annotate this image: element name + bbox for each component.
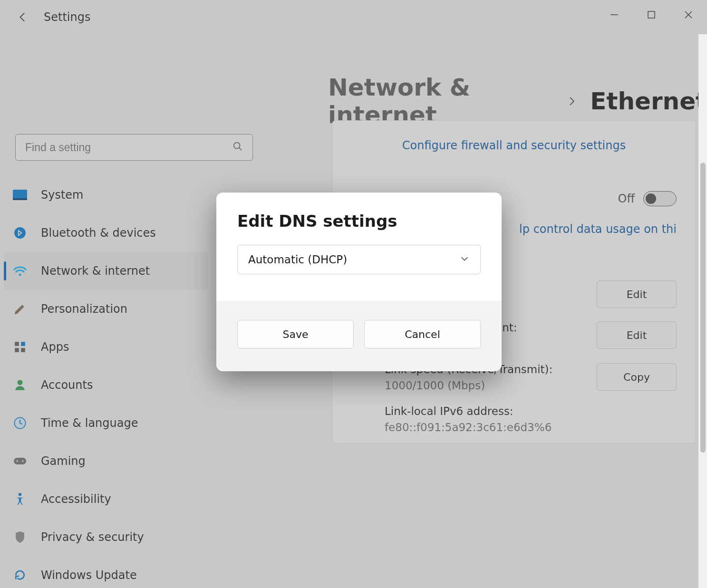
- dialog-body: Edit DNS settings Automatic (DHCP): [216, 193, 502, 301]
- nav-item-bluetooth[interactable]: Bluetooth & devices: [4, 214, 208, 252]
- ipv6-label: Link-local IPv6 address:: [385, 405, 677, 417]
- person-icon: [11, 376, 29, 394]
- nav-item-personalization[interactable]: Personalization: [4, 290, 208, 328]
- save-button[interactable]: Save: [237, 320, 354, 348]
- nav-label: System: [41, 188, 84, 202]
- nav-item-privacy[interactable]: Privacy & security: [4, 518, 208, 556]
- toggle-knob: [646, 193, 656, 204]
- window-caption-buttons: [596, 0, 707, 29]
- ipv6-value: fe80::f091:5a92:3c61:e6d3%6: [385, 421, 677, 434]
- svg-point-17: [16, 460, 18, 462]
- shield-icon: [11, 529, 29, 546]
- nav-label: Time & language: [41, 416, 138, 430]
- vertical-scrollbar[interactable]: [698, 34, 707, 588]
- settings-nav: System Bluetooth & devices Network & int…: [4, 176, 208, 588]
- svg-rect-11: [21, 342, 25, 346]
- nav-item-accounts[interactable]: Accounts: [4, 366, 208, 404]
- search-box[interactable]: [15, 134, 253, 161]
- edit-dns-dialog: Edit DNS settings Automatic (DHCP) Save …: [216, 193, 502, 371]
- system-icon: [11, 186, 29, 203]
- nav-label: Gaming: [41, 454, 86, 468]
- maximize-icon: [647, 10, 656, 19]
- metered-connection-toggle[interactable]: [643, 191, 677, 206]
- svg-rect-12: [15, 348, 19, 352]
- svg-point-18: [22, 460, 24, 462]
- nav-item-accessibility[interactable]: Accessibility: [4, 480, 208, 518]
- apps-icon: [11, 338, 29, 356]
- firewall-settings-link[interactable]: Configure firewall and security settings: [332, 121, 696, 175]
- settings-window: Settings System: [0, 0, 707, 588]
- nav-label: Personalization: [41, 302, 127, 316]
- metered-description: lp control data usage on thi: [519, 222, 677, 255]
- nav-label: Accessibility: [41, 492, 111, 506]
- svg-line-5: [239, 148, 242, 151]
- dropdown-selected-value: Automatic (DHCP): [248, 253, 347, 266]
- bluetooth-icon: [11, 224, 29, 241]
- svg-point-19: [19, 493, 21, 496]
- dns-assignment-edit-button[interactable]: Edit: [597, 321, 677, 349]
- nav-label: Privacy & security: [41, 530, 144, 544]
- nav-label: Network & internet: [41, 264, 150, 278]
- ip-assignment-edit-button[interactable]: Edit: [597, 280, 677, 308]
- window-maximize-button[interactable]: [633, 0, 670, 29]
- search-input[interactable]: [16, 141, 232, 154]
- nav-label: Apps: [41, 340, 69, 354]
- dialog-title: Edit DNS settings: [237, 212, 481, 231]
- nav-item-gaming[interactable]: Gaming: [4, 442, 208, 480]
- brush-icon: [11, 300, 29, 318]
- svg-point-14: [18, 380, 23, 385]
- dialog-footer: Save Cancel: [216, 301, 502, 371]
- gamepad-icon: [11, 453, 29, 470]
- close-icon: [684, 10, 693, 19]
- svg-rect-7: [13, 198, 27, 200]
- titlebar: Settings: [0, 0, 707, 34]
- app-title: Settings: [44, 10, 90, 24]
- link-speed-value: 1000/1000 (Mbps): [385, 379, 582, 392]
- svg-rect-16: [14, 458, 26, 464]
- back-button[interactable]: [13, 8, 32, 27]
- svg-rect-13: [21, 348, 25, 352]
- svg-point-4: [234, 143, 240, 149]
- toggle-state-label: Off: [618, 192, 635, 205]
- nav-label: Windows Update: [41, 569, 137, 582]
- svg-rect-10: [15, 342, 19, 346]
- wifi-icon: [11, 262, 29, 280]
- cancel-button[interactable]: Cancel: [364, 320, 481, 348]
- window-close-button[interactable]: [670, 0, 707, 29]
- chevron-right-icon: [566, 92, 578, 111]
- dns-mode-dropdown[interactable]: Automatic (DHCP): [237, 245, 481, 274]
- nav-item-network[interactable]: Network & internet: [4, 252, 208, 290]
- window-minimize-button[interactable]: [596, 0, 633, 29]
- svg-point-8: [14, 227, 26, 239]
- nav-item-time-language[interactable]: Time & language: [4, 404, 208, 442]
- ipv6-row: Link-local IPv6 address: fe80::f091:5a92…: [332, 398, 696, 434]
- search-icon: [232, 141, 243, 154]
- link-speed-copy-button[interactable]: Copy: [597, 363, 677, 391]
- chevron-down-icon: [459, 253, 470, 266]
- nav-item-system[interactable]: System: [4, 176, 208, 214]
- scrollbar-thumb[interactable]: [700, 163, 706, 453]
- breadcrumb-current: Ethernet: [590, 87, 707, 115]
- globe-clock-icon: [11, 414, 29, 432]
- nav-item-apps[interactable]: Apps: [4, 328, 208, 366]
- accessibility-icon: [11, 491, 29, 508]
- nav-label: Bluetooth & devices: [41, 226, 156, 240]
- nav-label: Accounts: [41, 378, 93, 392]
- arrow-left-icon: [17, 11, 29, 23]
- svg-point-9: [19, 274, 21, 276]
- update-icon: [11, 567, 29, 584]
- nav-item-windows-update[interactable]: Windows Update: [4, 556, 208, 588]
- svg-rect-1: [648, 11, 655, 18]
- minimize-icon: [610, 10, 619, 19]
